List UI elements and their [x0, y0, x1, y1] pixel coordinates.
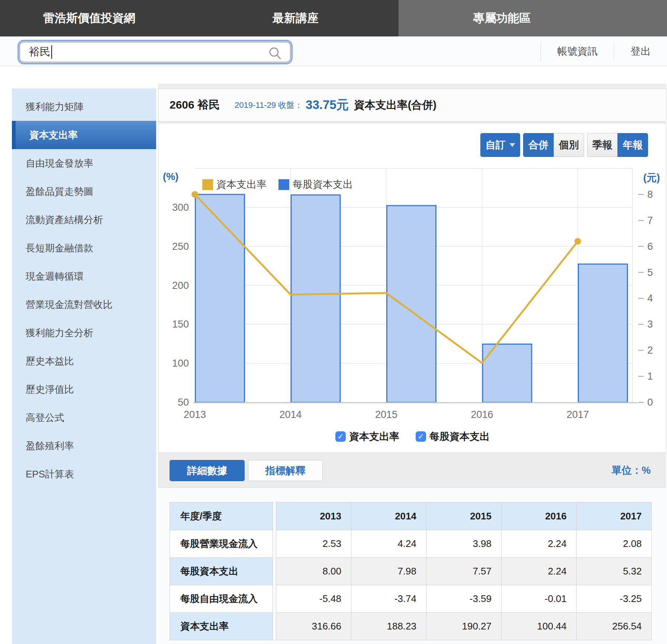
top-nav: 雷浩斯價值投資網 最新講座 專屬功能區: [0, 0, 667, 36]
account-info-link[interactable]: 帳號資訊: [541, 45, 614, 58]
checkbox-label-capex-ratio[interactable]: 資本支出率: [349, 430, 399, 443]
cell: 100.44: [502, 613, 577, 640]
row-label: 每股營業現金流入: [170, 530, 273, 558]
svg-text:150: 150: [172, 319, 189, 330]
cell: 2.53: [276, 530, 351, 558]
row-label: 每股自由現金流入: [170, 585, 273, 613]
row-label: 每股資本支出: [170, 558, 273, 585]
sidebar-item-earnings-yield[interactable]: 盈餘殖利率: [12, 432, 156, 460]
title-bar: 2606 裕民 2019-11-29 收盤： 33.75元 資本支出率(合併): [158, 88, 666, 122]
search-value: 裕民: [29, 45, 51, 59]
sidebar: 獲利能力矩陣 資本支出率 自由現金發放率 盈餘品質走勢圖 流動資產結構分析 長短…: [12, 88, 156, 644]
combo-chart: 5010015020025030001234567820132014201520…: [158, 123, 667, 453]
svg-text:3: 3: [647, 319, 653, 330]
cell: 188.23: [351, 613, 426, 640]
sidebar-item-profit-analysis[interactable]: 獲利能力全分析: [12, 319, 156, 347]
sidebar-item-loans[interactable]: 長短期金融借款: [12, 234, 156, 262]
table-row: 2.53 4.24 3.98 2.24 2.08: [276, 530, 652, 558]
chart-legend: 資本支出率 每股資本支出: [202, 178, 365, 191]
individual-button[interactable]: 個別: [554, 133, 584, 157]
cell: -0.01: [502, 585, 577, 613]
cell: -5.48: [276, 585, 351, 613]
cell: 5.32: [577, 558, 652, 585]
indicator-explain-button[interactable]: 指標解釋: [248, 460, 323, 481]
sidebar-item-historical-pe[interactable]: 歷史本益比: [12, 347, 156, 375]
merge-button[interactable]: 合併: [523, 133, 554, 157]
svg-text:100: 100: [172, 358, 189, 369]
cell: 2.08: [577, 530, 652, 558]
logout-link[interactable]: 登出: [614, 45, 667, 58]
svg-text:2017: 2017: [567, 409, 589, 420]
nav-active-segment: [399, 0, 667, 36]
annual-button[interactable]: 年報: [618, 133, 648, 157]
quarterly-button[interactable]: 季報: [587, 133, 618, 157]
legend-label-capex-ratio: 資本支出率: [216, 178, 267, 191]
svg-text:2016: 2016: [471, 409, 493, 420]
svg-text:200: 200: [172, 280, 189, 291]
left-axis-unit: (%): [163, 171, 178, 183]
close-price: 33.75元: [306, 97, 349, 113]
right-axis-unit: (元): [643, 171, 660, 184]
series-checkbox-row: ✓ 資本支出率 ✓ 每股資本支出: [158, 430, 667, 443]
cell: 2.24: [502, 558, 577, 585]
sidebar-item-eps-calc[interactable]: EPS計算表: [12, 460, 156, 488]
cell: -3.25: [577, 585, 652, 613]
year-header: 2014: [351, 502, 426, 530]
close-date-label: 2019-11-29 收盤：: [235, 100, 303, 111]
svg-text:300: 300: [172, 202, 189, 213]
table-toolbar: 詳細數據 指標解釋 單位：%: [158, 453, 666, 488]
sidebar-item-current-assets[interactable]: 流動資產結構分析: [12, 206, 156, 234]
main-content: 2606 裕民 2019-11-29 收盤： 33.75元 資本支出率(合併) …: [158, 84, 666, 644]
checkbox-capex-ratio[interactable]: ✓: [335, 431, 346, 442]
nav-tab-members[interactable]: 專屬功能區: [473, 0, 531, 36]
chart-panel: 自訂 合併 個別 季報 年報 (%) (元) 資本支出率 每股資本支出: [158, 123, 666, 453]
legend-label-capex-per-share: 每股資本支出: [293, 178, 353, 191]
cell: -3.59: [426, 585, 502, 613]
custom-button-label: 自訂: [486, 138, 506, 152]
cell: 190.27: [426, 613, 502, 640]
checkbox-label-capex-per-share[interactable]: 每股資本支出: [429, 430, 490, 443]
cell: 3.98: [426, 530, 502, 558]
sidebar-item-capex-ratio[interactable]: 資本支出率: [12, 121, 156, 149]
merge-individual-toggle: 合併 個別: [523, 133, 584, 157]
svg-text:8: 8: [647, 189, 653, 200]
svg-text:2014: 2014: [279, 409, 302, 420]
svg-text:6: 6: [647, 241, 653, 252]
sidebar-item-historical-pb[interactable]: 歷史淨值比: [12, 375, 156, 403]
svg-text:2015: 2015: [375, 409, 397, 420]
svg-text:2: 2: [647, 345, 653, 356]
cell: 2.24: [502, 530, 577, 558]
cell: 8.00: [276, 558, 351, 585]
chevron-down-icon: [509, 143, 515, 147]
data-table-zone: 年度/季度 每股營業現金流入 每股資本支出 每股自由現金流入 資本支出率 201…: [158, 488, 666, 644]
detail-data-button[interactable]: 詳細數據: [170, 460, 245, 481]
sidebar-item-ocf-revenue[interactable]: 營業現金流對營收比: [12, 290, 156, 319]
sidebar-item-gordon[interactable]: 高登公式: [12, 403, 156, 432]
table-header-row: 2013 2014 2015 2016 2017: [276, 502, 652, 530]
custom-button[interactable]: 自訂: [480, 133, 520, 157]
row-label-table: 年度/季度 每股營業現金流入 每股資本支出 每股自由現金流入 資本支出率: [170, 502, 273, 640]
table-corner-cell: 年度/季度: [170, 502, 273, 530]
table-row: 8.00 7.98 7.57 2.24 5.32: [276, 558, 652, 585]
cell: -3.74: [351, 585, 426, 613]
cell: 7.98: [351, 558, 426, 585]
table-row: 316.66 188.23 190.27 100.44 256.54: [276, 613, 652, 640]
nav-tab-lectures[interactable]: 最新講座: [273, 0, 319, 36]
table-row: -5.48 -3.74 -3.59 -0.01 -3.25: [276, 585, 652, 613]
sidebar-item-fcf-payout[interactable]: 自由現金發放率: [12, 149, 156, 177]
sidebar-item-cash-cycle[interactable]: 現金週轉循環: [12, 262, 156, 290]
sidebar-item-profit-matrix[interactable]: 獲利能力矩陣: [12, 93, 156, 121]
svg-text:5: 5: [647, 267, 653, 278]
sidebar-item-earnings-quality[interactable]: 盈餘品質走勢圖: [12, 177, 156, 206]
year-header: 2016: [502, 502, 577, 530]
svg-text:1: 1: [647, 371, 653, 382]
sidebar-menu: 獲利能力矩陣 資本支出率 自由現金發放率 盈餘品質走勢圖 流動資產結構分析 長短…: [12, 93, 156, 488]
checkbox-capex-per-share[interactable]: ✓: [416, 431, 426, 442]
search-input[interactable]: 裕民: [19, 42, 291, 62]
legend-swatch-capex-ratio: [202, 179, 213, 190]
data-table: 2013 2014 2015 2016 2017 2.53 4.24 3.98 …: [276, 502, 652, 640]
nav-tab-home[interactable]: 雷浩斯價值投資網: [43, 0, 135, 36]
quarter-annual-toggle: 季報 年報: [587, 133, 648, 157]
year-header: 2017: [577, 502, 652, 530]
search-icon[interactable]: [268, 46, 282, 60]
